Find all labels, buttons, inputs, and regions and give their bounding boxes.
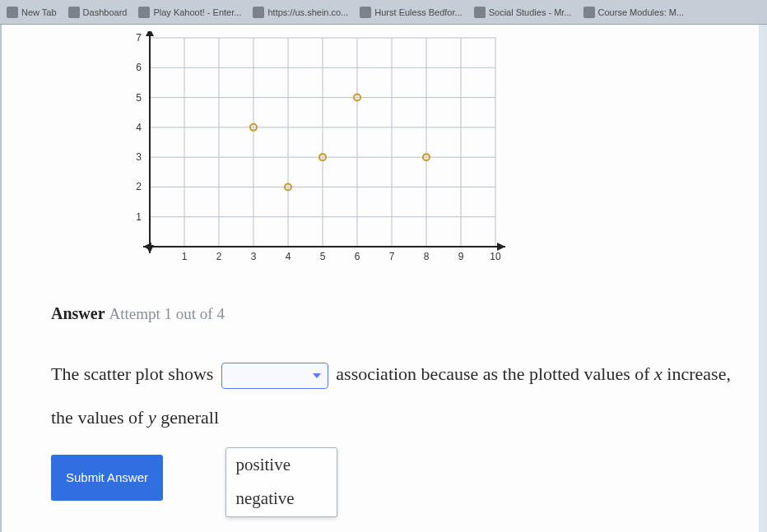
bookmark-icon [138, 7, 150, 18]
variable-y: y [148, 407, 156, 428]
bookmark-icon [253, 7, 264, 18]
prompt-text-5: generall [160, 407, 219, 428]
svg-text:1: 1 [182, 251, 188, 262]
bookmark-item[interactable]: Hurst Euless Bedfor... [360, 7, 462, 18]
bookmark-icon [360, 7, 371, 18]
scatter-plot: 123456789101234567 [125, 31, 512, 270]
bookmark-icon [7, 7, 18, 18]
svg-text:2: 2 [216, 251, 222, 262]
svg-text:2: 2 [136, 181, 142, 192]
prompt-text: The scatter plot shows association becau… [51, 353, 734, 501]
svg-text:1: 1 [136, 211, 142, 223]
bookmark-label: Dashboard [83, 7, 128, 17]
scatter-plot-svg: 123456789101234567 [125, 31, 512, 270]
svg-text:4: 4 [136, 122, 142, 133]
bookmarks-bar: New TabDashboardPlay Kahoot! - Enter...h… [0, 0, 767, 25]
bookmark-label: Hurst Euless Bedfor... [374, 7, 462, 17]
prompt-text-1: The scatter plot shows [51, 363, 213, 384]
svg-text:7: 7 [389, 251, 395, 262]
bookmark-label: Social Studies - Mr... [489, 7, 572, 17]
prompt-text-4: the values of [51, 407, 143, 428]
bookmark-item[interactable]: Dashboard [68, 7, 128, 18]
bookmark-item[interactable]: Social Studies - Mr... [474, 7, 572, 18]
bookmark-icon [68, 7, 80, 18]
bookmark-label: https://us.shein.co... [267, 7, 348, 17]
answer-heading: Answer Attempt 1 out of 4 [51, 304, 734, 323]
svg-text:6: 6 [355, 251, 360, 262]
bookmark-label: Play Kahoot! - Enter... [153, 7, 241, 17]
submit-answer-button[interactable]: Submit Answer [51, 455, 163, 501]
svg-text:3: 3 [251, 251, 257, 262]
attempt-counter: Attempt 1 out of 4 [109, 305, 225, 322]
bookmark-icon [474, 7, 486, 18]
dropdown-option-negative[interactable]: negative [226, 482, 337, 516]
svg-text:4: 4 [286, 251, 291, 262]
bookmark-item[interactable]: New Tab [7, 7, 57, 18]
bookmark-item[interactable]: https://us.shein.co... [253, 7, 348, 18]
bookmark-item[interactable]: Course Modules: M... [583, 7, 685, 18]
page-content: 123456789101234567 Answer Attempt 1 out … [0, 25, 759, 532]
svg-text:3: 3 [136, 151, 142, 163]
bookmark-icon [583, 7, 595, 18]
bookmark-item[interactable]: Play Kahoot! - Enter... [138, 7, 241, 18]
svg-text:8: 8 [424, 251, 430, 262]
prompt-text-3: increase, [667, 363, 731, 384]
svg-text:9: 9 [458, 251, 464, 262]
variable-x: x [654, 363, 662, 384]
answer-heading-label: Answer [51, 304, 105, 322]
prompt-text-2: association because as the plotted value… [336, 363, 649, 384]
svg-marker-38 [146, 31, 154, 36]
dropdown-option-positive[interactable]: positive [226, 448, 337, 483]
answer-section: Answer Attempt 1 out of 4 The scatter pl… [51, 304, 734, 501]
svg-text:5: 5 [136, 92, 142, 104]
bookmark-label: New Tab [21, 7, 57, 17]
svg-text:5: 5 [320, 251, 326, 262]
svg-text:6: 6 [136, 62, 142, 73]
dropdown-options-list: positive negative [225, 447, 337, 517]
bookmark-label: Course Modules: M... [598, 7, 685, 17]
svg-marker-36 [497, 243, 505, 251]
svg-text:7: 7 [136, 32, 142, 44]
svg-text:10: 10 [490, 251, 501, 262]
svg-marker-39 [146, 245, 154, 253]
association-dropdown[interactable] [221, 363, 328, 389]
